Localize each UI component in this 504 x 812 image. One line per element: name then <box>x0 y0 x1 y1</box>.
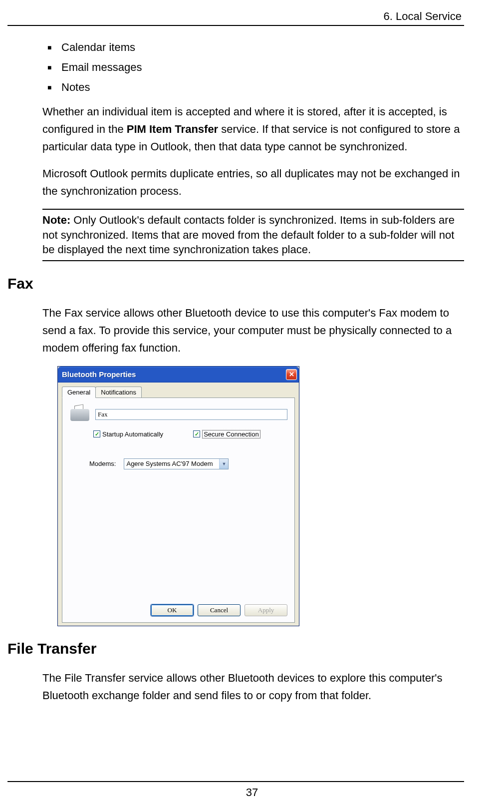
paragraph: Microsoft Outlook permits duplicate entr… <box>42 165 464 200</box>
fax-icon <box>69 405 90 424</box>
header-rule <box>7 25 464 26</box>
tab-strip: General Notifications <box>62 387 295 398</box>
titlebar[interactable]: Bluetooth Properties ✕ <box>58 367 299 383</box>
heading-fax: Fax <box>7 275 464 292</box>
cancel-button[interactable]: Cancel <box>198 604 241 616</box>
apply-button[interactable]: Apply <box>245 604 287 616</box>
modems-label: Modems: <box>89 460 116 467</box>
list-item: Calendar items <box>42 41 464 54</box>
service-name-input[interactable] <box>95 409 287 420</box>
footer-rule <box>7 781 464 782</box>
startup-checkbox[interactable]: ✓ Startup Automatically <box>93 430 163 438</box>
paragraph: Whether an individual item is accepted a… <box>42 103 464 156</box>
bullet-list: Calendar items Email messages Notes <box>42 41 464 94</box>
checkbox-label: Startup Automatically <box>102 430 163 438</box>
chapter-header: 6. Local Service <box>7 10 464 23</box>
chevron-down-icon: ▼ <box>219 459 228 469</box>
paragraph: The File Transfer service allows other B… <box>42 669 464 704</box>
list-item: Email messages <box>42 61 464 74</box>
note-box: Note: Only Outlook's default contacts fo… <box>42 209 464 261</box>
checkbox-icon: ✓ <box>193 430 200 437</box>
list-item: Notes <box>42 81 464 94</box>
heading-file-transfer: File Transfer <box>7 640 464 657</box>
select-value: Agere Systems AC'97 Modem <box>126 460 213 467</box>
ok-button[interactable]: OK <box>151 604 194 616</box>
modems-select[interactable]: Agere Systems AC'97 Modem ▼ <box>124 458 229 469</box>
note-label: Note: <box>42 214 70 226</box>
secure-checkbox[interactable]: ✓ Secure Connection <box>193 430 260 438</box>
bluetooth-properties-dialog: Bluetooth Properties ✕ General Notificat… <box>57 366 299 626</box>
checkbox-icon: ✓ <box>93 430 100 437</box>
close-icon: ✕ <box>289 371 294 378</box>
bold-text: PIM Item Transfer <box>127 123 218 135</box>
checkbox-label: Secure Connection <box>202 430 260 438</box>
window-title: Bluetooth Properties <box>62 370 136 379</box>
tab-notifications[interactable]: Notifications <box>95 387 142 398</box>
page-number: 37 <box>0 786 504 799</box>
close-button[interactable]: ✕ <box>286 369 297 380</box>
paragraph: The Fax service allows other Bluetooth d… <box>42 304 464 357</box>
tab-panel: ✓ Startup Automatically ✓ Secure Connect… <box>62 398 295 623</box>
tab-general[interactable]: General <box>62 387 96 398</box>
note-text: Only Outlook's default contacts folder i… <box>42 214 455 256</box>
